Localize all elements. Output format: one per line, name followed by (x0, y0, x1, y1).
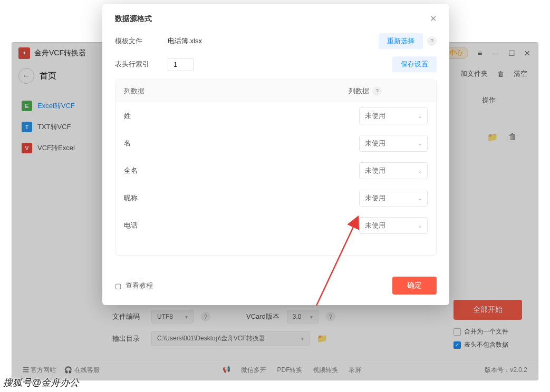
vcard-label: VCard版本 (246, 312, 279, 321)
txt-icon: T (22, 122, 32, 132)
template-file-label: 模板文件 (115, 36, 157, 46)
chevron-down-icon: ▾ (301, 336, 304, 341)
col-name: 全名 (124, 166, 359, 175)
col-mapping-select[interactable]: 未使用⌄ (359, 135, 428, 152)
chevron-down-icon: ▾ (310, 314, 313, 320)
modal-close-button[interactable]: ✕ (430, 14, 437, 24)
footer-link[interactable]: 录屏 (349, 366, 361, 375)
column-ops-header: 操作 (482, 95, 496, 105)
col-mapping-select[interactable]: 未使用⌄ (359, 162, 428, 179)
minimize-icon[interactable]: — (491, 49, 500, 57)
sidebar-item-label: VCF转Excel (37, 143, 75, 153)
view-tutorial-link[interactable]: ▢ 查看教程 (115, 281, 153, 290)
book-icon: ▢ (115, 282, 121, 290)
encoding-label: 文件编码 (112, 312, 144, 321)
row-delete-icon[interactable]: 🗑 (508, 132, 517, 142)
table-row: 名 未使用⌄ (115, 130, 436, 157)
table-row: 电话 未使用⌄ (115, 212, 436, 255)
reselect-button[interactable]: 重新选择 (379, 33, 423, 49)
home-label: 首页 (40, 71, 56, 82)
chevron-down-icon: ▾ (185, 314, 188, 320)
help-icon[interactable]: ? (326, 312, 335, 321)
watermark: 搜狐号@金舟办公 (3, 376, 79, 389)
footer-link[interactable]: PDF转换 (277, 366, 302, 375)
open-folder-icon[interactable]: 📁 (487, 132, 498, 142)
chevron-down-icon: ⌄ (418, 195, 422, 201)
no-header-checkbox[interactable]: ✓ (453, 341, 461, 349)
chevron-down-icon: ⌄ (418, 168, 422, 174)
app-logo-icon: ✦ (18, 47, 30, 59)
no-header-label: 表头不包含数据 (464, 340, 508, 349)
vcf-icon: V (22, 143, 32, 153)
maximize-icon[interactable]: ☐ (507, 49, 516, 57)
table-row: 昵称 未使用⌄ (115, 184, 436, 212)
sidebar: E Excel转VCF T TXT转VCF V VCF转Excel (12, 64, 102, 380)
version-label: 版本号：v2.0.2 (485, 366, 527, 375)
chevron-down-icon: ⌄ (418, 113, 422, 119)
chevron-down-icon: ⌄ (418, 223, 422, 229)
merge-label: 合并为一个文件 (464, 327, 508, 336)
confirm-button[interactable]: 确定 (392, 277, 437, 295)
start-all-button[interactable]: 全部开始 (453, 300, 522, 320)
outdir-label: 输出目录 (112, 334, 144, 344)
sidebar-item-label: Excel转VCF (37, 101, 75, 111)
excel-icon: E (22, 101, 32, 111)
clear-button[interactable]: 清空 (514, 69, 527, 79)
table-row: 姓 未使用⌄ (115, 102, 436, 130)
help-icon[interactable]: ? (427, 36, 437, 46)
sidebar-item-label: TXT转VCF (37, 122, 71, 132)
vcard-version-select[interactable]: 3.0▾ (287, 310, 319, 324)
col-name: 昵称 (124, 193, 359, 203)
help-icon[interactable]: ? (372, 86, 382, 96)
table-header-col1: 列数据 (124, 86, 349, 96)
col-name: 姓 (124, 111, 359, 121)
header-index-label: 表头行索引 (115, 60, 157, 69)
chevron-down-icon: ⌄ (418, 141, 422, 146)
data-source-format-modal: 数据源格式 ✕ 模板文件 电话簿.xlsx 重新选择 ? 表头行索引 1 保存设… (102, 4, 449, 305)
footer-link[interactable]: 微信多开 (241, 366, 266, 375)
save-settings-button[interactable]: 保存设置 (392, 56, 437, 72)
promo-icon: 📢 (223, 366, 230, 375)
back-button[interactable]: ← (18, 68, 34, 84)
col-mapping-select[interactable]: 未使用⌄ (359, 190, 428, 207)
official-site-link[interactable]: 官方网站 (31, 366, 56, 374)
svg-line-0 (316, 221, 356, 306)
template-file-value: 电话簿.xlsx (168, 36, 202, 46)
header-index-input[interactable]: 1 (168, 58, 194, 71)
sidebar-item-vcf-to-excel[interactable]: V VCF转Excel (17, 138, 97, 159)
help-icon[interactable]: ? (201, 312, 210, 321)
right-column: 全部开始 合并为一个文件 ✓ 表头不包含数据 (453, 300, 522, 354)
add-folder-button[interactable]: 加文件夹 (460, 69, 488, 79)
col-mapping-select[interactable]: 未使用⌄ (359, 107, 428, 124)
table-header-col2: 列数据 (349, 86, 369, 96)
encoding-select[interactable]: UTF8▾ (151, 310, 194, 324)
footer-link[interactable]: 视频转换 (313, 366, 338, 375)
merge-checkbox[interactable] (453, 328, 461, 336)
table-row: 全名 未使用⌄ (115, 157, 436, 184)
browse-folder-icon[interactable]: 📁 (317, 334, 327, 344)
menu-icon[interactable]: ≡ (476, 49, 484, 57)
customer-service-link[interactable]: 在线客服 (74, 366, 100, 374)
annotation-arrow-icon (316, 216, 380, 313)
sidebar-item-txt-to-vcf[interactable]: T TXT转VCF (17, 116, 97, 138)
close-icon[interactable]: ✕ (523, 49, 532, 57)
modal-title: 数据源格式 (115, 14, 152, 24)
trash-icon: 🗑 (497, 70, 504, 78)
column-mapping-table: 列数据 列数据 ? 姓 未使用⌄ 名 未使用⌄ 全名 未使用⌄ 昵称 (115, 80, 437, 256)
outdir-select[interactable]: C:\Users\001\Desktop\金舟VCF转换器▾ (151, 331, 310, 346)
breadcrumb: ← 首页 (18, 68, 56, 84)
col-name: 名 (124, 139, 359, 148)
footer: ☰ 官方网站 🎧 在线客服 📢 微信多开 PDF转换 视频转换 录屏 版本号：v… (12, 360, 538, 380)
sidebar-item-excel-to-vcf[interactable]: E Excel转VCF (17, 95, 97, 116)
